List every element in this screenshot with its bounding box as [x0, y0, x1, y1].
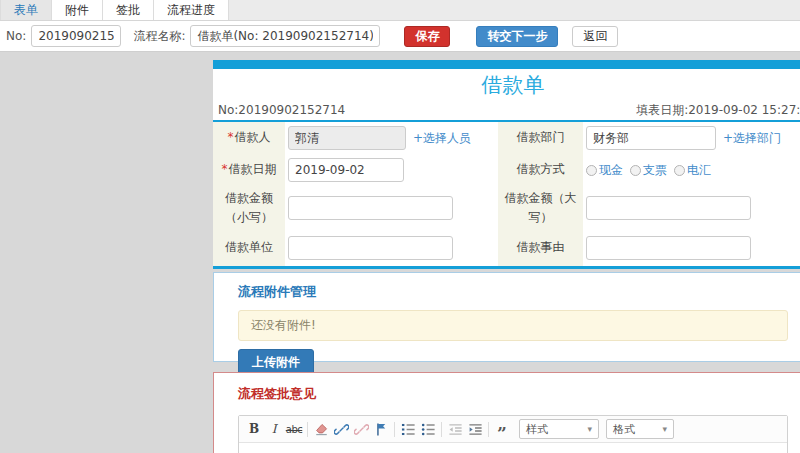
editor-content-area[interactable] — [239, 443, 787, 453]
save-button[interactable]: 保存 — [404, 26, 450, 47]
form-date-text: 填表日期:2019-09-02 15:27:1 — [636, 102, 800, 119]
next-step-button[interactable]: 转交下一步 — [476, 26, 558, 47]
select-department-link[interactable]: +选择部门 — [723, 130, 781, 147]
form-meta-row: No:20190902152714 填表日期:2019-09-02 15:27:… — [213, 100, 800, 122]
unlink-icon — [354, 422, 369, 437]
required-mark: * — [228, 128, 234, 147]
toolbar-separator — [307, 422, 308, 437]
link-button[interactable] — [331, 420, 351, 438]
loan-reason-cell — [583, 230, 800, 266]
panel-accent-bar — [213, 60, 800, 69]
outdent-icon — [448, 422, 463, 437]
styles-dropdown[interactable]: 样式 ▾ — [519, 419, 599, 439]
tab-bar: 表单 附件 签批 流程进度 — [0, 0, 800, 21]
radio-circle-icon — [630, 165, 641, 176]
styles-dropdown-label: 样式 — [526, 422, 548, 437]
amount-uppercase-input[interactable] — [586, 196, 751, 220]
blockquote-button[interactable]: ” — [492, 420, 512, 438]
loan-method-label-text: 借款方式 — [517, 160, 565, 179]
bold-button[interactable]: B — [244, 420, 264, 438]
loan-method-label: 借款方式 — [498, 154, 583, 186]
tab-approval[interactable]: 签批 — [103, 0, 154, 20]
process-name-label: 流程名称: — [133, 28, 185, 45]
select-person-link[interactable]: +选择人员 — [413, 130, 471, 147]
back-button[interactable]: 返回 — [572, 26, 618, 47]
radio-cash[interactable]: 现金 — [586, 162, 623, 179]
bulleted-list-button[interactable] — [418, 420, 438, 438]
action-toolbar: No: 流程名称: 保存 转交下一步 返回 — [0, 21, 800, 52]
loan-unit-input[interactable] — [288, 236, 453, 260]
no-attachments-alert: 还没有附件! — [238, 310, 788, 341]
caret-down-icon: ▾ — [587, 424, 592, 434]
amount-lowercase-label-text: 借款金额（小写） — [217, 189, 281, 227]
no-label: No: — [6, 29, 26, 43]
tab-process-progress[interactable]: 流程进度 — [154, 0, 229, 20]
amount-lowercase-input[interactable] — [288, 196, 453, 220]
loan-reason-label: 借款事由 — [498, 230, 583, 266]
radio-cheque[interactable]: 支票 — [630, 162, 667, 179]
indent-button[interactable] — [465, 420, 485, 438]
editor-toolbar: B I abc — [239, 416, 787, 443]
approval-section: 流程签批意见 B I abc — [213, 372, 800, 453]
borrower-label: *借款人 — [213, 122, 285, 154]
radio-circle-icon — [586, 165, 597, 176]
approval-title: 流程签批意见 — [238, 385, 788, 403]
required-mark: * — [222, 160, 228, 179]
attachments-title: 流程附件管理 — [238, 283, 788, 301]
link-icon — [334, 422, 349, 437]
anchor-button[interactable] — [371, 420, 391, 438]
department-cell: +选择部门 — [583, 122, 800, 154]
toolbar-separator — [394, 422, 395, 437]
format-dropdown[interactable]: 格式 ▾ — [606, 419, 674, 439]
italic-button[interactable]: I — [264, 420, 284, 438]
radio-circle-icon — [674, 165, 685, 176]
process-name-input[interactable] — [190, 25, 380, 47]
tab-form[interactable]: 表单 — [0, 0, 52, 20]
toolbar-separator — [441, 422, 442, 437]
remove-format-icon — [314, 422, 329, 437]
page: 表单 附件 签批 流程进度 No: 流程名称: 保存 转交下一步 返回 借款单 … — [0, 0, 800, 453]
loan-date-label-text: 借款日期 — [229, 160, 277, 179]
form-grid: *借款人 +选择人员 借款部门 +选择部门 *借款日期 借款方式 — [213, 122, 800, 266]
flag-icon — [374, 422, 389, 437]
loan-date-label: *借款日期 — [213, 154, 285, 186]
format-dropdown-label: 格式 — [613, 422, 635, 437]
department-label-text: 借款部门 — [517, 128, 565, 147]
bulleted-list-icon — [421, 422, 436, 437]
amount-uppercase-label-text: 借款金额（大写） — [502, 189, 579, 227]
borrower-cell: +选择人员 — [285, 122, 498, 154]
form-title: 借款单 — [213, 69, 800, 100]
strikethrough-button[interactable]: abc — [284, 420, 304, 438]
outdent-button[interactable] — [445, 420, 465, 438]
remove-format-button[interactable] — [311, 420, 331, 438]
toolbar-separator — [488, 422, 489, 437]
form-no-text: No:20190902152714 — [218, 103, 345, 117]
amount-uppercase-cell — [583, 186, 800, 230]
loan-unit-cell — [285, 230, 498, 266]
radio-wire-transfer[interactable]: 电汇 — [674, 162, 711, 179]
amount-lowercase-label: 借款金额（小写） — [213, 186, 285, 230]
loan-date-cell — [285, 154, 498, 186]
loan-method-cell: 现金 支票 电汇 — [583, 154, 800, 186]
loan-reason-label-text: 借款事由 — [517, 238, 565, 257]
loan-reason-input[interactable] — [586, 236, 751, 260]
loan-date-input[interactable] — [288, 158, 404, 182]
loan-unit-label-text: 借款单位 — [225, 238, 273, 257]
attachments-section: 流程附件管理 还没有附件! 上传附件 — [213, 272, 800, 362]
borrower-input[interactable] — [288, 126, 406, 150]
amount-uppercase-label: 借款金额（大写） — [498, 186, 583, 230]
tab-attachments[interactable]: 附件 — [52, 0, 103, 20]
unlink-button[interactable] — [351, 420, 371, 438]
radio-wire-transfer-label: 电汇 — [687, 162, 711, 179]
department-label: 借款部门 — [498, 122, 583, 154]
caret-down-icon: ▾ — [662, 424, 667, 434]
radio-cheque-label: 支票 — [643, 162, 667, 179]
department-input[interactable] — [586, 126, 716, 150]
numbered-list-icon — [401, 422, 416, 437]
no-input[interactable] — [31, 25, 121, 47]
rich-text-editor: B I abc — [238, 415, 788, 453]
amount-lowercase-cell — [285, 186, 498, 230]
numbered-list-button[interactable] — [398, 420, 418, 438]
radio-cash-label: 现金 — [599, 162, 623, 179]
no-attachments-text: 还没有附件! — [251, 318, 316, 332]
